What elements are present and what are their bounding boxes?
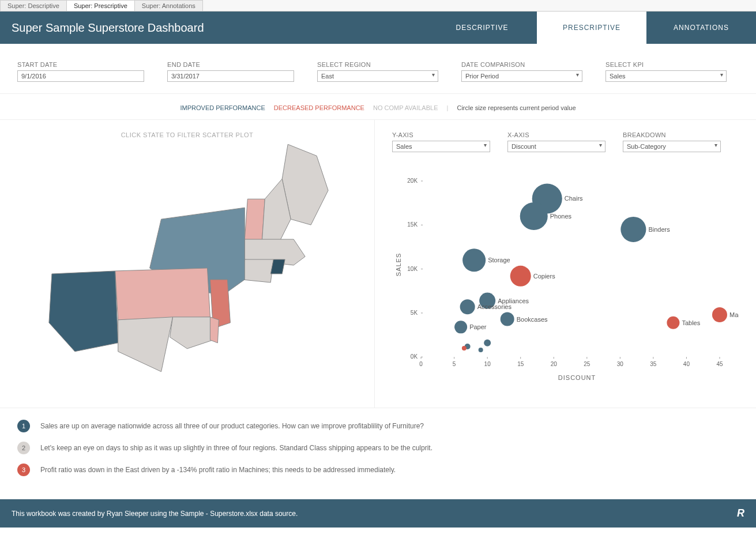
dashboard-header: Super Sample Superstore Dashboard DESCRI… [0,12,756,44]
scatter-point-storage[interactable] [462,248,486,272]
state-connecticut[interactable] [242,259,273,282]
scatter-label: Machines [729,311,739,318]
state-ohio[interactable] [49,271,118,352]
rec-badge-3: 3 [17,464,30,476]
scatter-label: Accessories [477,303,512,310]
breakdown-label: BREAKDOWN [623,131,721,138]
end-date-label: END DATE [167,61,294,68]
scatter-point-machines[interactable] [712,307,727,322]
legend-improved: IMPROVED PERFORMANCE [180,104,265,111]
svg-text:0: 0 [419,361,423,367]
performance-legend: IMPROVED PERFORMANCE DECREASED PERFORMAN… [0,93,756,120]
ws-tab-descriptive[interactable]: Super: Descriptive [0,0,67,11]
kpi-select[interactable] [605,70,727,82]
map-hint: CLICK STATE TO FILTER SCATTER PLOT [17,131,357,138]
end-date-input[interactable] [167,70,294,82]
rec-2: 2 Let's keep an eye on days to ship as i… [17,442,739,454]
scatter-point-envelopes[interactable] [484,340,491,346]
rec-3: 3 Profit ratio was down in the East driv… [17,464,739,476]
svg-text:15K: 15K [407,221,418,228]
brand-logo: R [737,507,744,519]
ws-tab-annotations[interactable]: Super: Annotations [134,0,203,11]
rec-text-2: Let's keep an eye on days to ship as it … [40,444,432,452]
scatter-point-binders[interactable] [620,217,646,242]
scatter-point-fasteners[interactable] [462,346,467,351]
start-date-input[interactable] [17,70,144,82]
scatter-point-phones[interactable] [520,202,548,230]
svg-text:DISCOUNT: DISCOUNT [558,374,596,381]
legend-decreased: DECREASED PERFORMANCE [274,104,364,111]
start-date-label: START DATE [17,61,144,68]
scatter-label: Binders [648,226,670,233]
legend-note: Circle size represents current period va… [457,104,576,111]
svg-text:35: 35 [650,361,657,367]
scatter-panel: Y-AXIS X-AXIS BREAKDOWN 0K5K10K15K20K051… [375,120,756,408]
state-delaware[interactable] [210,317,219,343]
scatter-point-bookcases[interactable] [501,312,514,326]
rec-1: 1 Sales are up on average nationwide acr… [17,420,739,432]
tab-annotations[interactable]: ANNOTATIONS [646,12,756,44]
scatter-chart[interactable]: 0K5K10K15K20K051015202530354045DISCOUNTS… [392,158,739,394]
kpi-label: SELECT KPI [605,61,727,68]
recommendations: 1 Sales are up on average nationwide acr… [0,408,756,499]
scatter-point-accessories[interactable] [460,299,475,314]
footer-text: This workbook was created by Ryan Sleepe… [12,510,298,518]
worksheet-tabs: Super: Descriptive Super: Prescriptive S… [0,0,756,12]
scatter-label: Bookcases [517,316,548,323]
comparison-select[interactable] [461,70,582,82]
state-west-virginia[interactable] [118,317,173,372]
footer: This workbook was created by Ryan Sleepe… [0,499,756,528]
filter-bar: START DATE END DATE SELECT REGION DATE C… [0,44,756,93]
svg-text:5: 5 [453,361,456,367]
svg-text:0K: 0K [411,353,418,360]
scatter-point-tables[interactable] [667,317,679,329]
rec-text-3: Profit ratio was down in the East driven… [40,466,396,474]
rec-badge-2: 2 [17,442,30,454]
state-pennsylvania[interactable] [115,268,210,320]
scatter-label: Storage [488,257,510,263]
breakdown-select[interactable] [623,141,721,152]
svg-text:40: 40 [683,361,690,367]
tab-prescriptive[interactable]: PRESCRIPTIVE [537,12,646,44]
svg-text:45: 45 [716,361,723,367]
svg-text:20: 20 [551,361,558,367]
nav-tabs: DESCRIPTIVE PRESCRIPTIVE ANNOTATIONS [427,12,756,44]
legend-nocomp: NO COMP AVAILABLE [373,104,438,111]
scatter-label: Phones [550,213,572,220]
page-title: Super Sample Superstore Dashboard [12,21,204,35]
scatter-label: Copiers [533,273,555,280]
state-rhode-island[interactable] [270,259,285,274]
scatter-label: Tables [682,319,700,326]
scatter-point-paper[interactable] [454,321,467,333]
svg-text:25: 25 [584,361,590,367]
svg-text:15: 15 [517,361,524,367]
comparison-label: DATE COMPARISON [461,61,582,68]
xaxis-select[interactable] [507,141,605,152]
state-vermont[interactable] [245,199,265,242]
yaxis-label: Y-AXIS [392,131,490,138]
scatter-label: Chairs [565,195,583,202]
yaxis-select[interactable] [392,141,490,152]
region-label: SELECT REGION [317,61,438,68]
svg-text:SALES: SALES [395,253,402,276]
svg-text:10: 10 [484,361,491,367]
svg-text:10K: 10K [407,266,418,272]
scatter-point-labels[interactable] [479,348,483,352]
ws-tab-prescriptive[interactable]: Super: Prescriptive [66,0,135,11]
scatter-label: Paper [469,323,487,330]
region-select[interactable] [317,70,438,82]
state-map [17,144,357,386]
tab-descriptive[interactable]: DESCRIPTIVE [427,12,537,44]
svg-text:30: 30 [617,361,624,367]
map-panel: CLICK STATE TO FILTER SCATTER PLOT [0,120,375,408]
state-maryland[interactable] [170,317,213,349]
rec-text-1: Sales are up on average nationwide acros… [40,422,424,430]
xaxis-label: X-AXIS [507,131,605,138]
svg-text:5K: 5K [411,310,418,316]
rec-badge-1: 1 [17,420,30,432]
svg-text:20K: 20K [407,178,418,184]
scatter-point-copiers[interactable] [510,266,531,287]
